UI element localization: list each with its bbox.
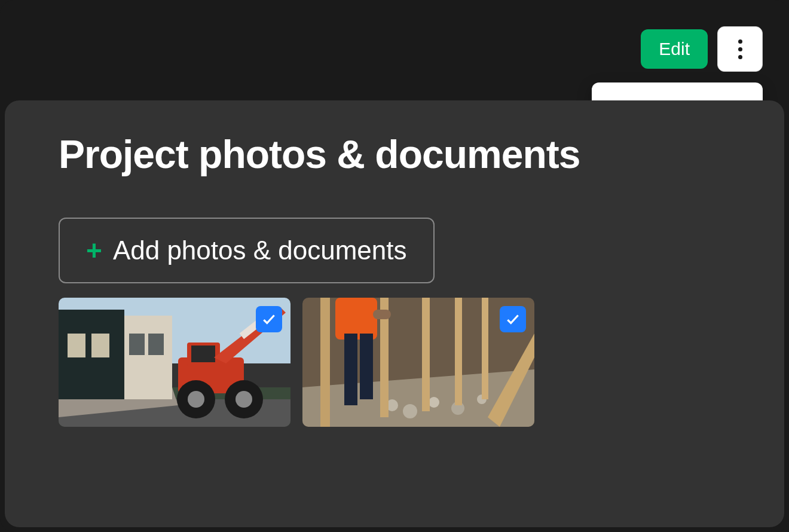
svg-rect-32	[335, 298, 377, 340]
edit-button[interactable]: Edit	[641, 29, 708, 69]
svg-rect-30	[482, 298, 488, 399]
svg-rect-5	[124, 316, 172, 399]
thumbnail-item[interactable]	[302, 298, 534, 427]
svg-rect-6	[68, 334, 85, 357]
svg-rect-12	[191, 346, 215, 362]
project-media-panel: Project photos & documents + Add photos …	[5, 100, 784, 527]
svg-point-23	[429, 397, 439, 408]
add-button-label: Add photos & documents	[113, 236, 407, 265]
panel-title: Project photos & documents	[59, 132, 730, 177]
selected-check-icon	[256, 306, 282, 332]
selected-check-icon	[500, 306, 526, 332]
svg-rect-33	[344, 334, 357, 405]
app-frame: Edit Copy link Project photos & document…	[0, 0, 789, 532]
svg-rect-9	[148, 334, 164, 355]
header-toolbar: Edit	[641, 26, 763, 72]
svg-rect-8	[129, 334, 145, 355]
svg-point-18	[236, 391, 252, 408]
svg-rect-26	[320, 298, 330, 427]
svg-point-22	[403, 404, 417, 418]
svg-rect-35	[373, 310, 391, 319]
svg-point-16	[188, 391, 204, 408]
more-vertical-icon	[738, 39, 742, 59]
svg-rect-28	[422, 298, 430, 411]
plus-icon: +	[86, 237, 102, 264]
svg-rect-29	[455, 298, 462, 405]
thumbnail-item[interactable]	[59, 298, 290, 427]
more-options-button[interactable]	[717, 26, 763, 72]
svg-rect-34	[360, 334, 373, 399]
add-photos-documents-button[interactable]: + Add photos & documents	[59, 218, 435, 283]
thumbnail-grid	[59, 298, 730, 427]
svg-rect-7	[91, 334, 109, 357]
